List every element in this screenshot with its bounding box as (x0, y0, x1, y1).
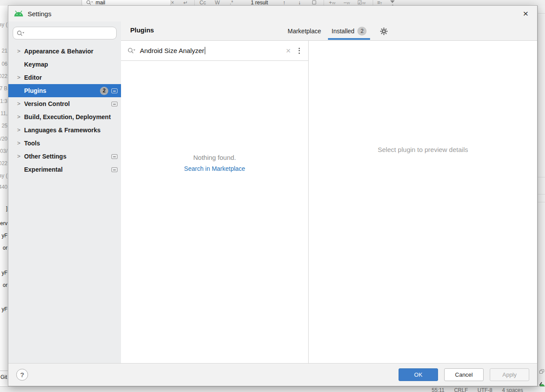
plugins-content: Android Size Analyzer × Nothing found. S… (121, 41, 537, 363)
divider (538, 13, 545, 14)
android-icon (14, 11, 24, 17)
installed-count-badge: 2 (357, 27, 367, 35)
code-fragment: ay ( (0, 173, 7, 179)
encoding[interactable]: UTF-8 (477, 387, 492, 392)
search-icon (17, 30, 25, 36)
chevron-right-icon[interactable]: > (17, 74, 21, 81)
code-fragment: yF (2, 270, 7, 276)
sidebar-item-editor[interactable]: > Editor (8, 71, 121, 84)
code-fragment: yF (2, 306, 7, 312)
sidebar-item-keymap[interactable]: Keymap (8, 58, 121, 71)
nothing-found-message: Nothing found. (121, 154, 308, 161)
chevron-right-icon[interactable]: > (17, 127, 21, 133)
background-left-fragments: Git ay (21060227 B1:311,253/2003/022ay (… (0, 6, 8, 386)
settings-sidebar: > Appearance & Behavior Keymap > Editor … (8, 21, 121, 363)
code-fragment: 06 (2, 61, 7, 67)
filter-icon[interactable] (390, 0, 395, 3)
search-options-menu-icon[interactable] (299, 48, 300, 54)
ok-button[interactable]: OK (399, 368, 438, 381)
tab-marketplace[interactable]: Marketplace (282, 21, 326, 41)
preview-placeholder: Select plugin to preview details (378, 146, 468, 153)
divider (538, 202, 545, 202)
cancel-button[interactable]: Cancel (444, 368, 484, 381)
plugin-search-query: Android Size Analyzer (140, 47, 204, 54)
chevron-right-icon[interactable]: > (17, 113, 21, 120)
plugins-tabs: Marketplace Installed 2 (282, 21, 388, 41)
plugins-count-badge: 2 (100, 87, 108, 95)
screen: mail × ↵ Cc W .* 1 result ↑ ↓ +YY −YY ☑Y… (0, 0, 545, 392)
chevron-right-icon[interactable]: > (17, 153, 21, 159)
sidebar-item-other-settings[interactable]: > Other Settings (8, 150, 121, 163)
code-fragment: erv (0, 220, 7, 226)
settings-dialog: Settings × > Appearance & Behavior Keyma (8, 5, 538, 386)
clear-search-icon[interactable]: × (286, 47, 291, 55)
sidebar-search-input[interactable] (27, 30, 113, 36)
code-fragment: 21 (2, 48, 7, 54)
background-right-stripe (538, 6, 545, 386)
settings-tree: > Appearance & Behavior Keymap > Editor … (8, 45, 121, 176)
plugin-search-field[interactable]: Android Size Analyzer × (121, 41, 308, 61)
code-fragment: or (3, 245, 7, 251)
gear-icon[interactable] (380, 27, 388, 35)
code-fragment: 11, (0, 110, 7, 117)
code-fragment: 022 (0, 160, 7, 166)
chevron-right-icon[interactable]: > (17, 100, 21, 107)
code-fragment: 03/ (0, 148, 7, 154)
modified-settings-icon (111, 88, 118, 93)
sidebar-item-plugins[interactable]: Plugins 2 (8, 84, 121, 97)
git-toolwindow-button[interactable]: Git (0, 374, 7, 380)
plugins-header: Plugins Marketplace Installed 2 (121, 21, 537, 41)
divider (0, 371, 8, 371)
search-in-marketplace-link[interactable]: Search in Marketplace (184, 165, 245, 172)
plugin-preview-pane: Select plugin to preview details (309, 41, 537, 363)
code-fragment: 1:3 (0, 98, 7, 104)
sidebar-search-box[interactable] (13, 27, 117, 39)
tab-installed[interactable]: Installed 2 (326, 21, 372, 41)
close-icon[interactable]: × (523, 8, 528, 19)
code-fragment: 3/20 (0, 136, 7, 142)
code-fragment: 25 (2, 123, 7, 129)
divider (538, 194, 545, 194)
search-icon (128, 47, 135, 54)
chevron-right-icon[interactable]: > (17, 48, 21, 54)
code-fragment: 440 (0, 184, 7, 190)
modified-settings-icon (111, 102, 118, 106)
divider (538, 177, 545, 177)
empty-state: Nothing found. Search in Marketplace (121, 61, 308, 173)
code-fragment: 022 (0, 73, 7, 79)
apply-button[interactable]: Apply (490, 368, 529, 381)
code-fragment: 7 B (0, 85, 7, 92)
sidebar-item-experimental[interactable]: Experimental (8, 163, 121, 176)
text-caret (205, 47, 206, 54)
line-ending[interactable]: CRLF (454, 387, 468, 392)
indent-setting[interactable]: 4 spaces (502, 387, 523, 392)
sidebar-item-version-control[interactable]: > Version Control (8, 97, 121, 110)
dialog-titlebar: Settings × (8, 6, 537, 21)
page-title: Plugins (130, 26, 154, 34)
dialog-title: Settings (28, 10, 51, 18)
code-fragment: or (3, 282, 7, 288)
background-status-bar: 55:11 CRLF UTF-8 4 spaces (0, 386, 545, 392)
code-fragment: ] (6, 205, 7, 212)
plugin-list-pane: Android Size Analyzer × Nothing found. S… (121, 41, 309, 363)
sidebar-item-build-execution-deployment[interactable]: > Build, Execution, Deployment (8, 110, 121, 124)
find-in-selection-toggle[interactable] (312, 0, 316, 4)
layout-icon[interactable] (539, 369, 544, 374)
code-fragment: yF (2, 233, 7, 239)
sidebar-item-languages-frameworks[interactable]: > Languages & Frameworks (8, 124, 121, 137)
sidebar-item-tools[interactable]: > Tools (8, 137, 121, 150)
caret-position[interactable]: 55:11 (431, 387, 444, 392)
modified-settings-icon (111, 154, 118, 159)
help-button[interactable]: ? (16, 369, 28, 381)
plugins-panel: Plugins Marketplace Installed 2 (121, 21, 537, 363)
sidebar-item-appearance-behavior[interactable]: > Appearance & Behavior (8, 45, 121, 58)
chevron-right-icon[interactable]: > (17, 140, 21, 146)
modified-settings-icon (111, 167, 118, 172)
dialog-footer: ? OK Cancel Apply (8, 363, 537, 386)
code-fragment: ay ( (0, 21, 7, 28)
